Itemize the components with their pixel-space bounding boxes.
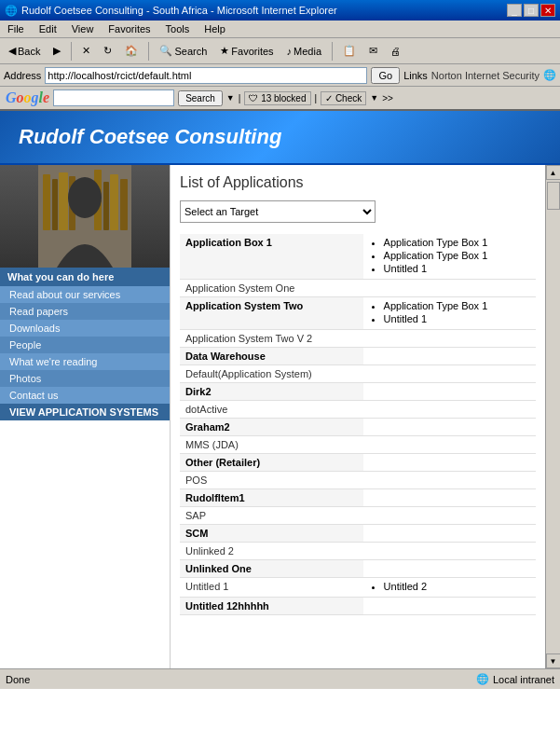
refresh-button[interactable]: ↻	[99, 42, 116, 60]
app-name-cell: Graham2	[180, 419, 363, 436]
address-bar: Address Go Links Norton Internet Securit…	[0, 64, 560, 87]
sidebar-link-view[interactable]: VIEW APPLICATION SYSTEMS	[0, 404, 170, 420]
minimize-button[interactable]: _	[507, 4, 522, 17]
app-items-cell: Application Type Box 1Application Type B…	[363, 234, 536, 280]
blocked-count: 13 blocked	[261, 93, 306, 103]
menu-file[interactable]: File	[4, 22, 28, 35]
app-name-cell: Other (Retailer)	[180, 454, 363, 472]
menu-bar: File Edit View Favorites Tools Help	[0, 21, 560, 38]
google-search-button[interactable]: Search	[178, 90, 223, 106]
content-scroll-container: List of Applications Select an Target Ap…	[171, 165, 560, 668]
sidebar-link-contact[interactable]: Contact us	[0, 387, 170, 404]
app-name-cell: MMS (JDA)	[180, 436, 363, 454]
applications-table: Application Box 1Application Type Box 1A…	[180, 234, 536, 615]
sidebar: What you can do here Read about our serv…	[0, 165, 171, 668]
media-button[interactable]: ♪ Media	[282, 43, 326, 60]
scroll-up-button[interactable]: ▲	[546, 165, 561, 180]
sidebar-image	[0, 165, 170, 268]
svg-rect-7	[103, 182, 109, 230]
sidebar-link-services[interactable]: Read about our services	[0, 286, 170, 303]
list-item: Untitled 1	[384, 313, 530, 324]
sidebar-link-photos[interactable]: Photos	[0, 370, 170, 387]
app-name-cell: Default(Application System)	[180, 365, 363, 383]
person-silhouette-svg	[38, 165, 131, 268]
site-title: Rudolf Coetsee Consulting	[19, 125, 541, 149]
home-button[interactable]: 🏠	[120, 42, 143, 60]
app-items-cell	[363, 454, 536, 472]
divider-icon-2: |	[315, 93, 318, 103]
app-name-cell: RudolfItem1	[180, 489, 363, 507]
zone-icon: 🌐	[476, 673, 489, 685]
target-select[interactable]: Select an Target	[180, 200, 376, 223]
app-items-cell	[363, 383, 536, 401]
app-items-cell	[363, 489, 536, 507]
app-items-cell: Untitled 2	[363, 578, 536, 598]
app-items-cell	[363, 280, 536, 297]
app-name-cell: Dirk2	[180, 383, 363, 401]
sidebar-link-people[interactable]: People	[0, 337, 170, 353]
close-button[interactable]: ✕	[540, 4, 555, 17]
scroll-down-button[interactable]: ▼	[546, 653, 561, 668]
app-items-cell	[363, 436, 536, 454]
app-name-cell: Application System Two	[180, 297, 363, 330]
maximize-button[interactable]: □	[524, 4, 539, 17]
menu-edit[interactable]: Edit	[35, 22, 61, 35]
dropdown-arrow: ▼	[226, 93, 235, 103]
menu-tools[interactable]: Tools	[162, 22, 194, 35]
stop-button[interactable]: ✕	[77, 42, 95, 60]
google-search-input[interactable]	[53, 89, 174, 106]
toolbar-separator-3	[332, 42, 333, 61]
list-item: Untitled 2	[384, 581, 530, 592]
site-header: Rudolf Coetsee Consulting	[0, 111, 560, 165]
links-label: Links	[403, 70, 428, 81]
app-name-cell: Data Warehouse	[180, 348, 363, 365]
app-name-cell: Unlinked One	[180, 560, 363, 578]
svg-rect-4	[59, 172, 68, 230]
zone-text: Local intranet	[493, 674, 554, 685]
search-toolbar-button[interactable]: 🔍 Search	[155, 42, 212, 60]
sidebar-link-reading[interactable]: What we're reading	[0, 353, 170, 370]
favorites-button[interactable]: ★ Favorites	[215, 42, 278, 60]
svg-rect-8	[110, 174, 118, 230]
person-photo	[0, 165, 170, 268]
menu-view[interactable]: View	[68, 22, 98, 35]
extra-arrows: >>	[382, 93, 393, 103]
title-bar-left: 🌐 Rudolf Coetsee Consulting - South Afri…	[5, 5, 337, 17]
app-items-cell	[363, 330, 536, 348]
history-button[interactable]: 📋	[338, 42, 361, 60]
blocked-icon: 🛡	[249, 93, 258, 103]
address-input[interactable]	[45, 67, 367, 84]
sidebar-link-papers[interactable]: Read papers	[0, 303, 170, 320]
mail-button[interactable]: ✉	[364, 42, 382, 60]
scroll-thumb[interactable]	[547, 182, 560, 210]
sidebar-heading: What you can do here	[0, 268, 170, 286]
app-items-cell	[363, 507, 536, 525]
app-items-cell	[363, 348, 536, 365]
back-button[interactable]: ◀ Back	[4, 42, 45, 60]
app-name-cell: POS	[180, 472, 363, 489]
norton-icon: 🌐	[543, 69, 556, 81]
go-button[interactable]: Go	[371, 67, 400, 84]
app-items-cell	[363, 419, 536, 436]
app-name-cell: Untitled 12hhhhh	[180, 598, 363, 615]
menu-help[interactable]: Help	[200, 22, 229, 35]
main-content: What you can do here Read about our serv…	[0, 165, 560, 668]
toolbar-separator	[71, 42, 72, 61]
divider-icon: |	[239, 93, 241, 103]
app-items-cell	[363, 401, 536, 419]
forward-button[interactable]: ▶	[48, 42, 65, 60]
norton-label: Norton Internet Security	[431, 70, 540, 81]
app-name-cell: Application Box 1	[180, 234, 363, 280]
menu-favorites[interactable]: Favorites	[104, 22, 154, 35]
check-label: Check	[335, 93, 362, 103]
status-bar: Done 🌐 Local intranet	[0, 668, 560, 689]
sidebar-link-downloads[interactable]: Downloads	[0, 320, 170, 337]
check-button[interactable]: ✓ Check	[321, 91, 366, 105]
svg-point-10	[68, 177, 102, 218]
svg-rect-9	[120, 179, 128, 230]
app-items-cell	[363, 365, 536, 383]
print-button[interactable]: 🖨	[386, 43, 405, 60]
blocked-button[interactable]: 🛡 13 blocked	[244, 91, 310, 105]
content-area: List of Applications Select an Target Ap…	[171, 165, 545, 668]
status-right: 🌐 Local intranet	[476, 673, 554, 685]
